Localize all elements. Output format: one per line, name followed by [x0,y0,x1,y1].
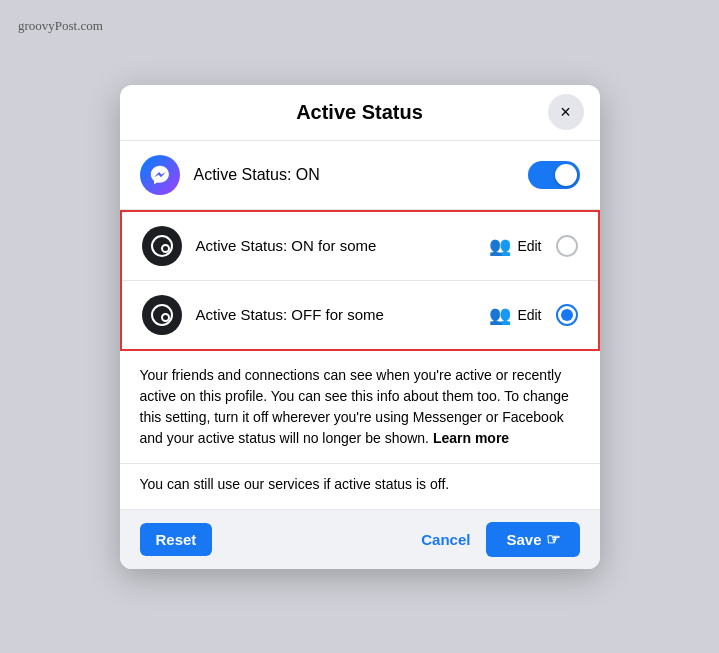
modal-title: Active Status [296,101,423,124]
people-icon-1: 👥 [489,235,511,257]
modal-footer: Reset Cancel Save [120,509,600,569]
messenger-icon [140,155,180,195]
status-dot-icon [161,244,170,253]
status-face-icon [151,235,173,257]
still-use-text: You can still use our services if active… [120,464,600,509]
learn-more-link[interactable]: Learn more [433,430,509,446]
status-face-icon-2 [151,304,173,326]
status-dot-icon-2 [161,313,170,322]
toggle-track [528,161,580,189]
edit-group-2: 👥 Edit [489,304,541,326]
edit-link-1[interactable]: Edit [517,238,541,254]
description-text: Your friends and connections can see whe… [120,351,600,464]
close-button[interactable]: × [548,94,584,130]
modal-body: Active Status: ON Active Status: ON for … [120,141,600,509]
edit-link-2[interactable]: Edit [517,307,541,323]
radio-off-some[interactable] [556,304,578,326]
edit-group-1: 👥 Edit [489,235,541,257]
radio-on-some[interactable] [556,235,578,257]
watermark: groovyPost.com [18,18,103,34]
option-on-some-label: Active Status: ON for some [196,237,490,254]
status-icon-on-some [142,226,182,266]
cancel-button[interactable]: Cancel [405,523,486,556]
people-icon-2: 👥 [489,304,511,326]
reset-button[interactable]: Reset [140,523,213,556]
active-status-toggle[interactable] [528,161,580,189]
status-icon-off-some [142,295,182,335]
main-status-row: Active Status: ON [120,141,600,210]
option-section: Active Status: ON for some 👥 Edit Active… [120,210,600,351]
option-on-for-some-row[interactable]: Active Status: ON for some 👥 Edit [122,212,598,281]
main-status-label: Active Status: ON [194,166,528,184]
save-button[interactable]: Save [486,522,579,557]
option-off-some-label: Active Status: OFF for some [196,306,490,323]
option-off-for-some-row[interactable]: Active Status: OFF for some 👥 Edit [122,281,598,349]
modal-dialog: Active Status × Active Status: ON [120,85,600,569]
modal-header: Active Status × [120,85,600,141]
